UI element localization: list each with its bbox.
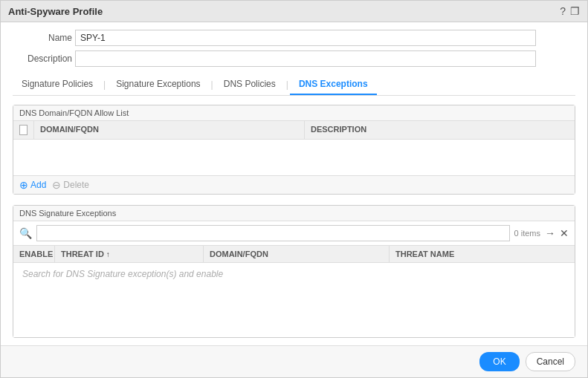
tab-signature-policies[interactable]: Signature Policies — [13, 74, 102, 95]
ok-button[interactable]: OK — [479, 352, 519, 371]
delete-button[interactable]: ⊖ Delete — [52, 179, 89, 191]
close-search-button[interactable]: ✕ — [560, 227, 569, 239]
th-description: DESCRIPTION — [305, 121, 575, 139]
th2-threat-id: THREAT ID ↑ — [55, 246, 204, 262]
dns-allow-list-footer: ⊕ Add ⊖ Delete — [13, 175, 575, 194]
help-icon[interactable]: ? — [560, 5, 566, 17]
add-icon: ⊕ — [19, 179, 28, 191]
tab-dns-exceptions[interactable]: DNS Exceptions — [290, 74, 377, 95]
header-checkbox[interactable] — [19, 125, 28, 135]
delete-label: Delete — [63, 180, 89, 190]
search-icon: 🔍 — [19, 227, 32, 239]
name-input[interactable] — [75, 30, 536, 46]
th2-threat-name: THREAT NAME — [390, 246, 575, 262]
th-check — [13, 121, 34, 139]
dns-allow-list-table: DOMAIN/FQDN DESCRIPTION — [13, 121, 575, 175]
dns-sig-exceptions-section: DNS Signature Exceptions 🔍 0 items → ✕ E… — [13, 205, 575, 338]
tabs: Signature Policies | Signature Exception… — [13, 74, 575, 96]
dialog-body: Name Description Signature Policies | Si… — [1, 22, 587, 345]
dns-allow-list-section: DNS Domain/FQDN Allow List DOMAIN/FQDN D… — [13, 105, 575, 195]
tab-signature-exceptions[interactable]: Signature Exceptions — [107, 74, 209, 95]
name-label: Name — [13, 33, 72, 43]
add-button[interactable]: ⊕ Add — [19, 179, 46, 191]
th-domain: DOMAIN/FQDN — [34, 121, 305, 139]
th2-domain: DOMAIN/FQDN — [204, 246, 390, 262]
expand-icon[interactable]: ❐ — [570, 5, 580, 17]
arrow-button[interactable]: → — [545, 227, 555, 239]
dialog-title: Anti-Spyware Profile — [8, 6, 103, 17]
search-bar: 🔍 0 items → ✕ — [13, 221, 575, 246]
header-icons: ? ❐ — [560, 5, 580, 17]
dns-sig-table-body: Search for DNS Signature exception(s) an… — [13, 263, 575, 337]
dns-sig-exceptions-title: DNS Signature Exceptions — [13, 206, 575, 221]
name-row: Name — [13, 30, 575, 46]
sort-icon[interactable]: ↑ — [106, 250, 110, 258]
dns-sig-table-header: ENABLE THREAT ID ↑ DOMAIN/FQDN THREAT NA… — [13, 246, 575, 263]
delete-icon: ⊖ — [52, 179, 61, 191]
desc-label: Description — [13, 53, 72, 64]
th2-enable: ENABLE — [13, 246, 55, 262]
search-input[interactable] — [36, 225, 510, 241]
dns-allow-list-header: DOMAIN/FQDN DESCRIPTION — [13, 121, 575, 140]
desc-row: Description — [13, 50, 575, 67]
tab-dns-policies[interactable]: DNS Policies — [215, 74, 285, 95]
cancel-button[interactable]: Cancel — [526, 352, 575, 371]
dialog-header: Anti-Spyware Profile ? ❐ — [1, 1, 587, 22]
dialog-footer: OK Cancel — [1, 345, 587, 377]
table-placeholder: Search for DNS Signature exception(s) an… — [22, 269, 223, 279]
dialog: Anti-Spyware Profile ? ❐ Name Descriptio… — [0, 0, 588, 378]
desc-input[interactable] — [75, 50, 536, 67]
items-count: 0 items — [514, 229, 540, 238]
dns-allow-list-body — [13, 140, 575, 175]
add-label: Add — [30, 180, 46, 190]
dns-allow-list-title: DNS Domain/FQDN Allow List — [13, 105, 575, 121]
